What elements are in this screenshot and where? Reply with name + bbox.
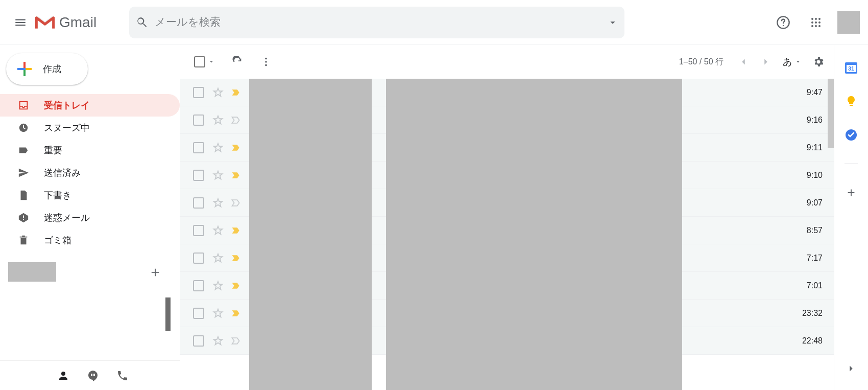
- hide-sidepanel-button[interactable]: [844, 361, 858, 376]
- email-time: 9:11: [807, 143, 830, 152]
- importance-marker[interactable]: [231, 198, 241, 208]
- person-icon[interactable]: [57, 370, 69, 382]
- row-checkbox[interactable]: [193, 225, 204, 236]
- sidebar-item-label: 迷惑メール: [44, 212, 90, 224]
- keep-addon[interactable]: [844, 94, 858, 108]
- refresh-button[interactable]: [232, 56, 243, 67]
- importance-icon: [231, 308, 241, 318]
- gmail-logo[interactable]: Gmail: [35, 14, 97, 31]
- svg-point-20: [265, 61, 267, 63]
- search-input[interactable]: [155, 16, 607, 28]
- sidebar-scrollbar[interactable]: [165, 297, 171, 331]
- svg-point-2: [811, 18, 813, 20]
- importance-marker[interactable]: [231, 253, 241, 263]
- row-checkbox[interactable]: [193, 253, 204, 264]
- importance-icon: [231, 198, 241, 208]
- hangouts-icon[interactable]: [87, 370, 99, 382]
- star-button[interactable]: [212, 308, 224, 319]
- star-button[interactable]: [212, 253, 224, 264]
- row-checkbox[interactable]: [193, 87, 204, 98]
- caret-down-icon: [208, 59, 214, 65]
- compose-button[interactable]: 作成: [6, 53, 88, 85]
- older-button[interactable]: [760, 56, 771, 67]
- chevron-right-icon: [760, 56, 771, 67]
- sidebar-item-drafts[interactable]: 下書き: [0, 184, 180, 207]
- search-bar[interactable]: [129, 7, 624, 38]
- create-label-button[interactable]: ＋: [148, 262, 162, 282]
- sidebar-item-label: 重要: [44, 144, 62, 156]
- svg-rect-17: [23, 215, 24, 218]
- list-scrollbar[interactable]: [828, 79, 834, 148]
- calendar-addon[interactable]: 31: [844, 60, 858, 75]
- star-button[interactable]: [212, 197, 224, 209]
- svg-point-4: [818, 18, 821, 20]
- google-apps-button[interactable]: [805, 11, 827, 34]
- sidebar-item-trash[interactable]: ゴミ箱: [0, 229, 180, 251]
- email-time: 7:17: [807, 254, 830, 263]
- pagination-text: 1–50 / 50 行: [679, 57, 724, 67]
- star-button[interactable]: [212, 225, 224, 236]
- row-checkbox[interactable]: [193, 170, 204, 181]
- sidebar-item-important[interactable]: 重要: [0, 139, 180, 162]
- row-checkbox[interactable]: [193, 308, 204, 319]
- sidebar-item-inbox[interactable]: 受信トレイ: [0, 94, 180, 117]
- row-checkbox[interactable]: [193, 197, 204, 209]
- sidebar-item-label: 受信トレイ: [44, 99, 90, 111]
- star-button[interactable]: [212, 170, 224, 181]
- importance-marker[interactable]: [231, 143, 241, 153]
- chevron-right-icon: [846, 363, 857, 374]
- star-button[interactable]: [212, 280, 224, 291]
- sidebar-item-snoozed[interactable]: スヌーズ中: [0, 117, 180, 139]
- sidebar-item-spam[interactable]: 迷惑メール: [0, 207, 180, 229]
- svg-rect-14: [17, 68, 23, 70]
- importance-marker[interactable]: [231, 115, 241, 125]
- email-list: 9:479:169:119:109:078:577:177:0123:3222:…: [180, 79, 834, 390]
- svg-point-3: [815, 18, 817, 20]
- get-addons-button[interactable]: [844, 186, 858, 200]
- row-checkbox[interactable]: [193, 280, 204, 291]
- labels-section: ＋: [0, 261, 180, 283]
- svg-rect-11: [23, 62, 26, 68]
- input-tools-button[interactable]: あ: [783, 56, 801, 68]
- more-button[interactable]: [260, 56, 272, 67]
- importance-marker[interactable]: [231, 336, 241, 346]
- hamburger-icon: [14, 16, 27, 29]
- row-checkbox[interactable]: [193, 142, 204, 153]
- svg-rect-12: [26, 68, 32, 70]
- header-right: [772, 11, 860, 34]
- caret-down-icon[interactable]: [607, 17, 618, 28]
- settings-button[interactable]: [812, 56, 825, 68]
- newer-button[interactable]: [738, 56, 749, 67]
- star-outline-icon: [212, 170, 224, 181]
- importance-marker[interactable]: [231, 87, 241, 98]
- star-outline-icon: [212, 225, 224, 236]
- row-checkbox[interactable]: [193, 335, 204, 347]
- sidebar-item-label: ゴミ箱: [44, 234, 71, 246]
- help-icon: [776, 15, 790, 30]
- subject-redacted: [386, 79, 682, 390]
- sidebar-item-sent[interactable]: 送信済み: [0, 162, 180, 184]
- select-all-control[interactable]: [194, 56, 214, 67]
- inbox-icon: [17, 99, 30, 111]
- clock-icon: [17, 122, 30, 134]
- star-button[interactable]: [212, 142, 224, 153]
- importance-marker[interactable]: [231, 225, 241, 236]
- apps-grid-icon: [810, 16, 822, 29]
- sidebar: 作成 受信トレイスヌーズ中重要送信済み下書き迷惑メールゴミ箱 ＋: [0, 45, 180, 390]
- account-avatar[interactable]: [837, 11, 860, 34]
- support-button[interactable]: [772, 11, 794, 34]
- gmail-logo-icon: [35, 15, 55, 30]
- email-time: 9:07: [807, 198, 830, 208]
- importance-icon: [231, 170, 241, 180]
- tasks-addon[interactable]: [844, 128, 858, 142]
- star-button[interactable]: [212, 87, 224, 98]
- row-checkbox[interactable]: [193, 114, 204, 126]
- importance-marker[interactable]: [231, 308, 241, 318]
- star-button[interactable]: [212, 335, 224, 347]
- main-menu-button[interactable]: [8, 10, 33, 35]
- importance-marker[interactable]: [231, 170, 241, 180]
- importance-marker[interactable]: [231, 281, 241, 291]
- svg-point-1: [783, 25, 784, 26]
- star-button[interactable]: [212, 114, 224, 126]
- phone-icon[interactable]: [116, 370, 129, 382]
